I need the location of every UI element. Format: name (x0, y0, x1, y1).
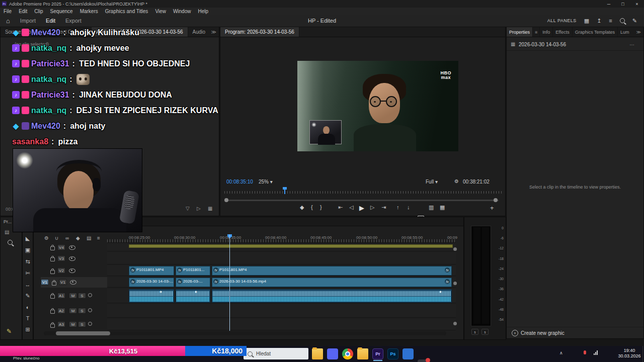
menu-window[interactable]: Window (170, 9, 195, 14)
extract-button[interactable]: ↓ (407, 204, 410, 210)
chat-username[interactable]: Patricie31 (31, 59, 69, 68)
mute-button[interactable]: M (69, 308, 77, 314)
tab-project[interactable]: Pr... (4, 219, 12, 224)
taskbar-icon-app[interactable] (403, 348, 414, 359)
panel-menu-icon[interactable]: ≡ (609, 18, 612, 24)
voiceover-record-icon[interactable] (88, 293, 92, 297)
slip-tool-icon[interactable]: ↔ (25, 282, 31, 288)
tray-expand-icon[interactable]: ∧ (559, 350, 563, 355)
chat-username[interactable]: Patricie31 (31, 90, 69, 100)
razor-tool-icon[interactable]: ✄ (25, 270, 30, 277)
add-marker-button[interactable]: ◆ (300, 204, 304, 211)
workspaces-icon[interactable]: ▦ (584, 18, 589, 24)
zoom-handle-right[interactable] (494, 198, 498, 202)
audio-clip[interactable] (129, 289, 174, 303)
lock-icon[interactable] (52, 282, 56, 286)
tab-graphics-templates[interactable]: Graphics Templates (573, 27, 618, 37)
program-current-timecode[interactable]: 00:08:35:10 (226, 179, 253, 185)
workspace-tab-edit[interactable]: Edit (41, 18, 60, 24)
properties-tab-overflow-icon[interactable]: ≫ (635, 27, 642, 37)
maximize-button[interactable]: □ (616, 0, 630, 8)
hand-tool-icon[interactable]: ◐ (26, 304, 30, 310)
meter-solo-button[interactable]: s (481, 329, 489, 335)
taskbar-icon-obs[interactable] (418, 359, 429, 362)
play-button[interactable]: ▶ (359, 204, 364, 212)
taskbar-clock[interactable]: 19:40 30.03.2026 (617, 348, 642, 359)
menu-help[interactable]: Help (194, 9, 212, 14)
menu-markers[interactable]: Markers (76, 9, 102, 14)
mute-button[interactable]: M (69, 321, 77, 327)
timeline-clip[interactable]: fx 2026-03-30 14-03-... (129, 278, 174, 287)
type-tool-icon[interactable]: T (26, 315, 30, 321)
adjustment-layer-clip[interactable] (129, 244, 453, 248)
zoom-handle-left[interactable] (224, 198, 228, 202)
linked-selection-icon[interactable]: ∞ (65, 235, 69, 241)
program-scrubber[interactable] (224, 191, 502, 194)
track-select-tool-icon[interactable]: ▣ (25, 247, 30, 253)
weather-widget[interactable]: Přev. slunečno (13, 356, 39, 360)
chat-username[interactable]: natka_nq (31, 106, 66, 115)
ripple-edit-tool-icon[interactable]: ⇆ (25, 258, 30, 265)
menu-edit[interactable]: Edit (15, 9, 31, 14)
audio-clip[interactable] (176, 289, 210, 303)
menu-sequence[interactable]: Sequence (47, 9, 76, 14)
track-target-a1[interactable]: A1 (57, 293, 65, 299)
timeline-clip[interactable]: fx 2026-03-... (176, 278, 210, 287)
menu-file[interactable]: File (0, 9, 15, 14)
track-output-eye-icon[interactable] (69, 256, 75, 261)
lift-button[interactable]: ↑ (396, 204, 399, 210)
timeline-vscroll-thumb[interactable] (453, 322, 457, 325)
chat-username[interactable]: sasanka8 (12, 137, 48, 146)
taskbar-icon-photoshop[interactable]: Ps (387, 348, 398, 359)
lock-icon[interactable] (50, 270, 55, 274)
project-search-icon[interactable] (8, 240, 13, 245)
mute-button[interactable]: M (69, 293, 77, 299)
properties-more-icon[interactable]: … (629, 41, 634, 46)
timeline-clip[interactable]: fx P1011801.MP4 fx (212, 266, 452, 276)
meter-solo-button[interactable]: s (471, 329, 478, 335)
lock-icon[interactable] (50, 246, 55, 250)
lock-icon[interactable] (50, 324, 55, 328)
button-editor-button[interactable]: + (490, 204, 494, 212)
tab-lumetri[interactable]: Lum (618, 27, 632, 37)
properties-menu-icon[interactable]: ≡ (533, 27, 540, 37)
playhead-line[interactable] (229, 234, 230, 331)
all-panels-label[interactable]: ALL PANELS (547, 18, 577, 23)
chat-username[interactable]: natka_nq (31, 75, 66, 84)
create-graphic-plus-icon[interactable]: + (512, 330, 518, 336)
taskbar-icon-premiere[interactable]: Pr (372, 348, 383, 359)
quick-edit-icon[interactable]: ✎ (632, 18, 637, 24)
track-output-eye-icon[interactable] (69, 245, 75, 250)
track-target-v2[interactable]: V2 (57, 267, 65, 274)
add-marker-icon[interactable]: ◆ (76, 235, 80, 241)
minimize-button[interactable]: ─ (602, 0, 616, 8)
tab-properties[interactable]: Properties (507, 27, 533, 37)
tab-program[interactable]: Program: 2026-03-30 14-03-56 (220, 27, 299, 37)
track-output-eye-icon[interactable] (69, 268, 75, 273)
solo-button[interactable]: S (78, 308, 86, 314)
step-back-button[interactable]: ◁ (349, 204, 353, 211)
timeline-clip[interactable]: fx P1011801.MP4 (129, 266, 174, 276)
track-target-a2[interactable]: A2 (57, 308, 65, 314)
taskbar-icon-explorer[interactable] (312, 348, 323, 359)
track-lane-a2[interactable] (107, 304, 456, 318)
timeline-clip[interactable]: fx P1011801... (176, 266, 210, 276)
zoom-level-dropdown[interactable]: 25% ▾ (259, 179, 273, 185)
timeline-vscroll-thumb[interactable] (453, 247, 457, 251)
project-edit-icon[interactable]: ✎ (7, 328, 12, 335)
step-forward-button[interactable]: ▷ (370, 204, 374, 211)
multicam-button[interactable]: ▦ (440, 204, 445, 211)
track-target-v1[interactable]: V1 (59, 279, 67, 285)
pen-tool-icon[interactable]: ✎ (25, 293, 30, 299)
rectangle-tool-icon[interactable]: ⊞ (25, 326, 30, 333)
snap-icon[interactable]: ∪ (55, 235, 58, 241)
track-target-v4[interactable]: V4 (57, 244, 65, 250)
captions-icon[interactable]: ▤ (87, 235, 91, 241)
home-icon[interactable]: ⌂ (0, 17, 15, 25)
track-target-v3[interactable]: V3 (57, 255, 65, 261)
voiceover-record-icon[interactable] (88, 308, 92, 312)
voiceover-record-icon[interactable] (88, 322, 92, 326)
selection-tool-icon[interactable]: ◣ (26, 235, 30, 242)
menu-view[interactable]: View (151, 9, 170, 14)
solo-button[interactable]: S (78, 321, 86, 327)
